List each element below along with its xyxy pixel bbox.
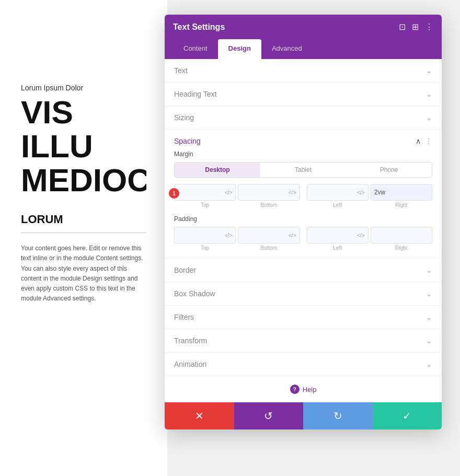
section-animation-chevron: ⌄ bbox=[426, 360, 432, 368]
padding-left-group: </> Left bbox=[307, 227, 369, 251]
padding-left-label: Left bbox=[333, 245, 342, 251]
padding-bottom-group: </> Bottom bbox=[238, 227, 300, 251]
cancel-button[interactable]: ✕ bbox=[165, 402, 234, 429]
section-filters[interactable]: Filters ⌄ bbox=[165, 306, 442, 329]
section-sizing[interactable]: Sizing ⌄ bbox=[165, 106, 442, 130]
device-tab-tablet[interactable]: Tablet bbox=[260, 162, 346, 177]
padding-right-input-wrapper[interactable] bbox=[371, 227, 432, 243]
margin-left-input-wrapper[interactable]: </> bbox=[307, 184, 369, 201]
padding-bottom-input[interactable] bbox=[242, 231, 289, 239]
crop-icon[interactable]: ⊡ bbox=[399, 22, 406, 32]
padding-section: Padding </> Top bbox=[165, 215, 442, 258]
margin-right-group: Right bbox=[371, 184, 432, 208]
section-border[interactable]: Border ⌄ bbox=[165, 259, 442, 282]
margin-top-code-icon[interactable]: </> bbox=[225, 190, 232, 195]
reset-button[interactable]: ↺ bbox=[234, 402, 304, 429]
section-text[interactable]: Text ⌄ bbox=[165, 59, 442, 83]
help-row[interactable]: ? Help bbox=[165, 376, 442, 402]
margin-right-label: Right bbox=[395, 202, 407, 208]
redo-button[interactable]: ↻ bbox=[303, 402, 373, 429]
margin-top-label: Top bbox=[201, 202, 209, 208]
modal-tabs: Content Design Advanced bbox=[165, 39, 442, 59]
padding-right-input[interactable] bbox=[374, 231, 429, 239]
section-sizing-label: Sizing bbox=[174, 113, 194, 122]
section-filters-label: Filters bbox=[174, 313, 194, 321]
padding-bottom-input-wrapper[interactable]: </> bbox=[238, 227, 300, 243]
more-icon[interactable]: ⋮ bbox=[425, 22, 433, 32]
padding-left-code-icon[interactable]: </> bbox=[357, 233, 364, 238]
modal-header-icons: ⊡ ⊞ ⋮ bbox=[399, 22, 433, 32]
section-sizing-chevron: ⌄ bbox=[426, 113, 432, 122]
save-button[interactable]: ✓ bbox=[373, 402, 442, 429]
spacing-more-icon[interactable]: ⋮ bbox=[425, 137, 432, 145]
margin-right-input-wrapper[interactable] bbox=[371, 184, 432, 201]
page-canvas: Lorum Ipsum Dolor VIS ILLU MEDIOC LORUM … bbox=[0, 0, 167, 476]
columns-icon[interactable]: ⊞ bbox=[412, 22, 419, 32]
section-text-chevron: ⌄ bbox=[426, 66, 432, 75]
margin-bottom-input-wrapper[interactable]: </> bbox=[238, 184, 300, 201]
margin-label: Margin bbox=[174, 150, 432, 158]
modal-footer: ✕ ↺ ↻ ✓ bbox=[165, 402, 442, 429]
page-subtitle: Lorum Ipsum Dolor bbox=[21, 84, 146, 92]
margin-top-input-wrapper[interactable]: </> bbox=[174, 184, 236, 201]
margin-bottom-group: </> Bottom bbox=[238, 184, 300, 208]
margin-left-group: </> Left bbox=[307, 184, 369, 208]
margin-bottom-code-icon[interactable]: </> bbox=[289, 190, 296, 195]
section-animation-label: Animation bbox=[174, 360, 206, 368]
section-text-label: Text bbox=[174, 66, 188, 75]
margin-bottom-label: Bottom bbox=[261, 202, 278, 208]
tab-advanced[interactable]: Advanced bbox=[261, 39, 313, 59]
section-spacing-header: Spacing ∧ ⋮ bbox=[165, 130, 442, 150]
padding-right-group: Right bbox=[371, 227, 432, 251]
section-transform[interactable]: Transform ⌄ bbox=[165, 329, 442, 353]
padding-right-label: Right bbox=[395, 245, 407, 251]
section-animation[interactable]: Animation ⌄ bbox=[165, 353, 442, 376]
margin-top-input[interactable] bbox=[178, 189, 225, 196]
help-icon: ? bbox=[290, 385, 300, 394]
padding-left-input[interactable] bbox=[310, 231, 358, 239]
padding-bottom-code-icon[interactable]: </> bbox=[289, 233, 296, 238]
margin-bottom-input[interactable] bbox=[242, 189, 289, 196]
page-body-text: Your content goes here. Edit or remove t… bbox=[21, 243, 146, 304]
margin-left-right-pair: </> Left Right bbox=[307, 184, 433, 208]
modal-title: Text Settings bbox=[173, 22, 225, 32]
padding-bottom-label: Bottom bbox=[261, 245, 278, 251]
margin-section: Margin Desktop Tablet Phone 1 bbox=[165, 150, 442, 215]
section-spacing: Spacing ∧ ⋮ Margin Desktop Tablet Phone … bbox=[165, 130, 442, 259]
text-settings-modal: Text Settings ⊡ ⊞ ⋮ Content Design Advan… bbox=[165, 15, 442, 429]
section-box-shadow-label: Box Shadow bbox=[174, 289, 215, 298]
padding-inputs: </> Top </> Bottom bbox=[174, 227, 432, 251]
padding-left-right-pair: </> Left Right bbox=[307, 227, 433, 251]
section-box-shadow-chevron: ⌄ bbox=[426, 289, 432, 298]
tab-content[interactable]: Content bbox=[173, 39, 218, 59]
section-border-label: Border bbox=[174, 266, 196, 274]
padding-top-input-wrapper[interactable]: </> bbox=[174, 227, 236, 243]
margin-left-code-icon[interactable]: </> bbox=[357, 190, 364, 195]
margin-top-bottom-pair: </> Top </> Bottom bbox=[174, 184, 300, 208]
page-title: VIS ILLU MEDIOC bbox=[21, 95, 146, 197]
padding-left-input-wrapper[interactable]: </> bbox=[307, 227, 369, 243]
margin-left-label: Left bbox=[333, 202, 342, 208]
padding-top-code-icon[interactable]: </> bbox=[225, 233, 232, 238]
margin-right-input[interactable] bbox=[374, 189, 429, 196]
padding-top-bottom-pair: </> Top </> Bottom bbox=[174, 227, 300, 251]
margin-top-group: </> Top bbox=[174, 184, 236, 208]
margin-left-input[interactable] bbox=[310, 189, 358, 196]
padding-label: Padding bbox=[174, 215, 432, 223]
padding-top-group: </> Top bbox=[174, 227, 236, 251]
help-label: Help bbox=[303, 386, 317, 393]
modal-body: Text ⌄ Heading Text ⌄ Sizing ⌄ Spacing ∧… bbox=[165, 59, 442, 402]
section-transform-chevron: ⌄ bbox=[426, 336, 432, 345]
spacing-collapse-icon[interactable]: ∧ bbox=[416, 137, 421, 145]
section-heading-chevron: ⌄ bbox=[426, 90, 432, 98]
modal-header: Text Settings ⊡ ⊞ ⋮ bbox=[165, 15, 442, 39]
device-toggle: Desktop Tablet Phone bbox=[174, 162, 432, 178]
device-tab-desktop[interactable]: Desktop bbox=[175, 162, 260, 177]
section-heading-text[interactable]: Heading Text ⌄ bbox=[165, 83, 442, 106]
section-box-shadow[interactable]: Box Shadow ⌄ bbox=[165, 282, 442, 306]
device-tab-phone[interactable]: Phone bbox=[346, 162, 432, 177]
padding-top-input[interactable] bbox=[178, 231, 225, 239]
section-filters-chevron: ⌄ bbox=[426, 313, 432, 321]
section-spacing-title: Spacing bbox=[174, 137, 201, 145]
tab-design[interactable]: Design bbox=[218, 39, 261, 59]
